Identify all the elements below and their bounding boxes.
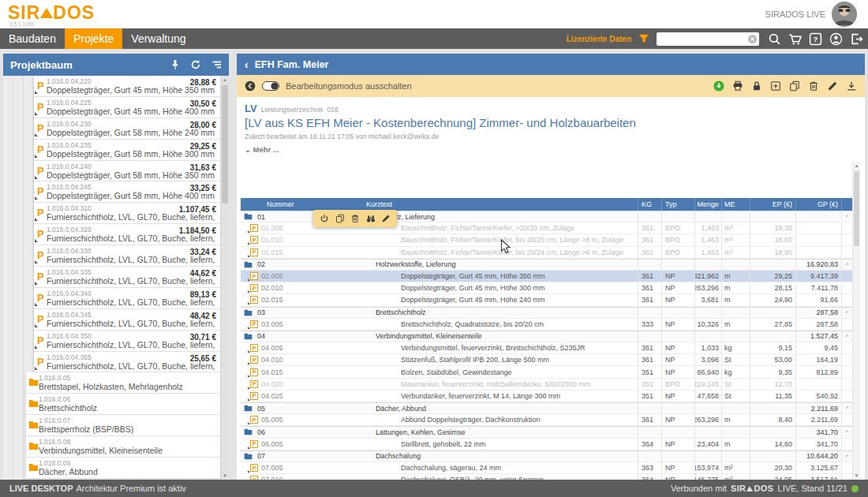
table-row[interactable]: P 01.015 Bauschnittholz, Fichte/Tanne/Ki… [241, 247, 852, 259]
scroll-up-icon[interactable]: ▲ [853, 162, 860, 170]
list-item[interactable]: P 28,00 € 1.016.0.04.230 Doppelstegträge… [34, 118, 220, 140]
table-row[interactable]: 06 Lattungen, Kehlen, Gesimse 341,70 ^ [241, 426, 852, 438]
scrollbar-thumb[interactable] [854, 171, 859, 246]
list-item[interactable]: 1.016.0.05 Brettstapel, Holzkasten, Mehr… [26, 372, 220, 394]
list-item[interactable]: P 33,25 € 1.016.0.04.245 Doppelstegträge… [34, 181, 220, 203]
collapse-caret-icon[interactable]: ^ [846, 309, 849, 316]
table-row[interactable]: P 02.005 Doppelstegträger, Gurt 45 mm, H… [241, 271, 852, 282]
collapse-back-icon[interactable] [245, 80, 256, 92]
list-item[interactable]: P 30,71 € 1.016.0.04.350 Furnierschichth… [34, 331, 220, 352]
collapse-caret-icon[interactable]: ^ [846, 333, 849, 340]
list-item[interactable]: 1.016.0.08 Verbindungsmittel, Kleineisen… [26, 436, 220, 458]
table-row[interactable]: P 02.010 Doppelstegträger, Gurt 45 mm, H… [241, 282, 852, 294]
filter-icon[interactable] [638, 33, 649, 44]
list-item[interactable]: P 33,24 € 1.016.0.04.330 Furnierschichth… [34, 245, 220, 267]
table-row[interactable]: P 02.015 Doppelstegträger, Gurt 45 mm, H… [241, 294, 852, 306]
lv-type-label: Leistungsverzeichnis [261, 106, 324, 114]
delete-icon[interactable] [350, 214, 360, 223]
more-expander[interactable]: ⌄ Mehr ... [245, 145, 865, 154]
collapse-caret-icon[interactable]: ^ [846, 405, 849, 412]
table-row[interactable]: P 05.005 Abbund Doppelstegträger, Dachko… [241, 414, 852, 426]
pin-icon[interactable] [170, 59, 181, 70]
clear-search-icon[interactable]: ✕ [748, 35, 757, 43]
tree-scrollbar[interactable]: ▲ ▼ [220, 76, 229, 480]
table-row[interactable]: 07 Dachschalung 10.644,20 ^ [241, 450, 852, 462]
copy-icon[interactable] [335, 214, 345, 223]
row-ep: 27,85 [750, 319, 795, 330]
search-box: ✕ [657, 32, 759, 46]
item-price: 33,24 € [190, 248, 216, 256]
list-item[interactable]: 1.016.0.06 Brettschichtholz [26, 394, 220, 415]
table-row[interactable]: P 07.010 Dachschalung, OSB/1, 20 mm, unt… [241, 474, 852, 480]
row-menge [694, 211, 721, 222]
import-icon[interactable] [713, 80, 724, 92]
table-row[interactable]: 03 Brettschichtholz 287,58 ^ [241, 307, 852, 319]
hierarchy-icon[interactable] [211, 59, 222, 70]
edit-icon[interactable] [381, 214, 391, 223]
table-row[interactable]: 04 Verbindungsmittel, Kleineisenteile 1.… [241, 331, 852, 342]
list-item[interactable]: P 29,25 € 1.016.0.04.235 Doppelstegträge… [34, 140, 220, 161]
table-row[interactable]: P 04.025 Verbundanker, feuerverzinkt, M … [241, 390, 852, 402]
search-input[interactable] [657, 32, 759, 46]
search-binoculars-icon[interactable] [366, 214, 376, 223]
list-item[interactable]: 1.016.0.07 Brettsperrholz (BSP/BBS) [26, 415, 220, 436]
position-icon: P [37, 356, 44, 368]
collapse-caret-icon[interactable]: ^ [846, 261, 849, 268]
table-row[interactable]: P 04.005 Verbindungsmittel, feuerverzink… [241, 342, 852, 354]
list-item[interactable]: P 30,50 € 1.016.0.04.225 Doppelstegträge… [34, 97, 220, 118]
copy-icon[interactable] [789, 80, 800, 92]
collapse-caret-icon[interactable]: ^ [846, 213, 849, 220]
list-item[interactable]: P 44,62 € 1.016.0.04.335 Furnierschichth… [34, 267, 220, 288]
table-row[interactable]: P 04.020 Maueranker, feuerverzinkt, Holz… [241, 379, 852, 390]
search-icon[interactable] [768, 32, 781, 46]
scrollbar-thumb[interactable] [222, 85, 228, 204]
collapse-caret-icon[interactable]: ^ [846, 453, 849, 460]
account-icon[interactable] [829, 32, 843, 46]
table-row[interactable]: P 06.005 Stellbrett, gehobelt, 22 mm 364… [241, 439, 852, 450]
table-row[interactable]: 02 Holzwerkstoffe, Lieferung 16.920,83 ^ [241, 259, 852, 271]
delete-icon[interactable] [808, 80, 819, 92]
deactivate-icon[interactable] [320, 214, 329, 223]
scroll-down-icon[interactable]: ▼ [221, 472, 229, 480]
row-typ [661, 331, 694, 342]
edit-mode-toggle[interactable] [262, 81, 279, 91]
table-row[interactable]: P 01.010 Bauschnittholz, Fichte/Tanne/Ki… [241, 234, 852, 246]
cart-icon[interactable] [788, 32, 802, 46]
logout-icon[interactable] [850, 32, 863, 46]
print-icon[interactable] [732, 80, 743, 92]
list-item[interactable]: P 48,42 € 1.016.0.04.345 Furnierschichth… [34, 309, 220, 331]
col-kg: KG [638, 198, 661, 211]
folder-icon [28, 442, 39, 450]
item-price: 28,88 € [190, 78, 216, 87]
table-scrollbar[interactable]: ▲ ▼ [852, 162, 860, 480]
list-item[interactable]: P 89,13 € 1.016.0.04.340 Furnierschichth… [34, 288, 220, 309]
edit-icon[interactable] [827, 80, 838, 92]
list-item[interactable]: P 31,63 € 1.016.0.04.240 Doppelstegträge… [34, 161, 220, 182]
collapse-caret-icon[interactable]: ^ [846, 428, 849, 435]
list-item[interactable]: 1.016.0.09 Dächer, Abbund [26, 458, 220, 479]
list-item[interactable]: P 28,88 € 1.016.0.04.220 Doppelstegträge… [34, 76, 220, 97]
project-tree-header: Projektbaum [3, 54, 229, 76]
table-row[interactable]: 05 Dächer, Abbund 2.211,69 ^ [241, 402, 852, 414]
scroll-up-icon[interactable]: ▲ [221, 76, 229, 84]
table-row[interactable]: P 04.015 Bolzen, Stabdübel, Gewindestang… [241, 366, 852, 378]
lock-icon[interactable] [751, 80, 762, 92]
list-item[interactable]: P 1.184,50 € 1.016.0.04.320 Furnierschic… [34, 224, 220, 245]
item-price: 1.184,50 € [179, 226, 216, 235]
table-row[interactable]: P 03.005 Brettschichtholz, Quadratstütze… [241, 319, 852, 331]
tab-baudaten[interactable]: Baudaten [0, 28, 65, 49]
help-icon[interactable]: ? [809, 32, 822, 46]
list-item[interactable]: P 25,65 € 1.016.0.04.355 Furnierschichth… [34, 352, 220, 373]
avatar[interactable] [832, 2, 857, 27]
back-chevron-icon[interactable]: ‹ [245, 58, 249, 71]
tab-verwaltung[interactable]: Verwaltung [122, 28, 194, 49]
row-kurztext: Holzwerkstoffe, Lieferung [363, 260, 638, 270]
tab-projekte[interactable]: Projekte [65, 28, 122, 49]
add-icon[interactable] [770, 80, 781, 92]
refresh-icon[interactable] [190, 59, 201, 70]
table-row[interactable]: P 04.010 Stützenfuß, Stahlprofil IPB 200… [241, 354, 852, 366]
export-icon[interactable] [846, 80, 857, 92]
table-row[interactable]: P 07.005 Dachschalung, sägerau, 24 mm 36… [241, 462, 852, 474]
list-item[interactable]: P 1.107,45 € 1.016.0.04.310 Furnierschic… [34, 203, 220, 224]
scroll-down-icon[interactable]: ▼ [853, 472, 860, 480]
